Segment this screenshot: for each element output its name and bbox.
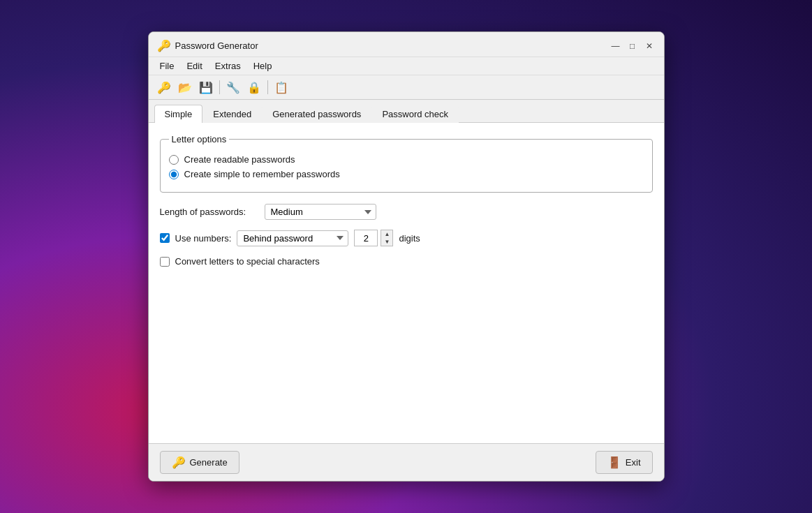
- title-bar-left: 🔑 Password Generator: [157, 39, 258, 52]
- radio-simple[interactable]: [169, 170, 179, 179]
- letter-options-legend: Letter options: [169, 134, 230, 144]
- toolbar-key-button[interactable]: 🔧: [223, 78, 243, 96]
- password-generator-window: 🔑 Password Generator — □ ✕ File Edit Ext…: [148, 31, 665, 482]
- placement-select[interactable]: Behind password In front of password Ins…: [237, 230, 348, 246]
- use-numbers-row: Use numbers: Behind password In front of…: [160, 230, 653, 246]
- radio-readable[interactable]: [169, 155, 179, 165]
- toolbar-separator-1: [219, 80, 220, 94]
- footer: 🔑 Generate 🚪 Exit: [149, 443, 664, 481]
- menu-bar: File Edit Extras Help: [149, 57, 664, 75]
- maximize-button[interactable]: □: [626, 40, 639, 52]
- tab-generated-passwords[interactable]: Generated passwords: [262, 105, 371, 123]
- menu-help[interactable]: Help: [248, 59, 278, 73]
- generate-label: Generate: [190, 457, 228, 468]
- toolbar-new-button[interactable]: 🔑: [154, 78, 174, 96]
- digit-count-input[interactable]: [354, 230, 378, 246]
- tab-extended[interactable]: Extended: [202, 105, 262, 123]
- main-content: Letter options Create readable passwords…: [149, 122, 664, 443]
- minimize-button[interactable]: —: [610, 40, 622, 52]
- length-select[interactable]: Short Medium Long Very Long: [265, 204, 376, 220]
- tab-password-check[interactable]: Password check: [371, 105, 459, 123]
- app-icon: 🔑: [157, 39, 171, 52]
- generate-icon: 🔑: [172, 456, 186, 469]
- convert-letters-checkbox[interactable]: [160, 257, 170, 267]
- length-label: Length of passwords:: [160, 207, 258, 217]
- letter-options-fieldset: Letter options Create readable passwords…: [160, 134, 653, 193]
- spinner-buttons: ▲ ▼: [381, 230, 393, 246]
- close-button[interactable]: ✕: [643, 40, 656, 52]
- convert-row: Convert letters to special characters: [160, 256, 653, 267]
- toolbar-separator-2: [267, 80, 268, 94]
- exit-icon: 🚪: [607, 456, 621, 469]
- toolbar: 🔑 📂 💾 🔧 🔒 📋: [149, 75, 664, 100]
- spinner-down-button[interactable]: ▼: [381, 238, 392, 246]
- menu-file[interactable]: File: [154, 59, 180, 73]
- tabs-container: Simple Extended Generated passwords Pass…: [149, 100, 664, 122]
- generate-button[interactable]: 🔑 Generate: [160, 451, 239, 474]
- window-title: Password Generator: [175, 40, 258, 51]
- digit-count-group: ▲ ▼: [354, 230, 393, 246]
- digits-label: digits: [399, 233, 420, 244]
- radio-row-simple: Create simple to remember passwords: [169, 169, 644, 179]
- tab-simple[interactable]: Simple: [154, 105, 203, 123]
- title-bar-controls: — □ ✕: [610, 40, 656, 52]
- toolbar-lock-button[interactable]: 🔒: [244, 78, 264, 96]
- toolbar-save-button[interactable]: 💾: [196, 78, 216, 96]
- spinner-up-button[interactable]: ▲: [381, 230, 392, 238]
- exit-label: Exit: [626, 457, 641, 468]
- toolbar-open-button[interactable]: 📂: [175, 78, 195, 96]
- toolbar-copy-button[interactable]: 📋: [272, 78, 291, 96]
- menu-extras[interactable]: Extras: [209, 59, 246, 73]
- convert-letters-label[interactable]: Convert letters to special characters: [175, 256, 320, 267]
- use-numbers-checkbox[interactable]: [160, 233, 170, 243]
- title-bar: 🔑 Password Generator — □ ✕: [149, 32, 664, 57]
- use-numbers-label[interactable]: Use numbers:: [175, 233, 232, 244]
- radio-row-readable: Create readable passwords: [169, 154, 644, 165]
- exit-button[interactable]: 🚪 Exit: [596, 451, 653, 474]
- length-row: Length of passwords: Short Medium Long V…: [160, 204, 653, 220]
- menu-edit[interactable]: Edit: [181, 59, 207, 73]
- radio-simple-label[interactable]: Create simple to remember passwords: [184, 169, 340, 179]
- radio-readable-label[interactable]: Create readable passwords: [184, 154, 295, 165]
